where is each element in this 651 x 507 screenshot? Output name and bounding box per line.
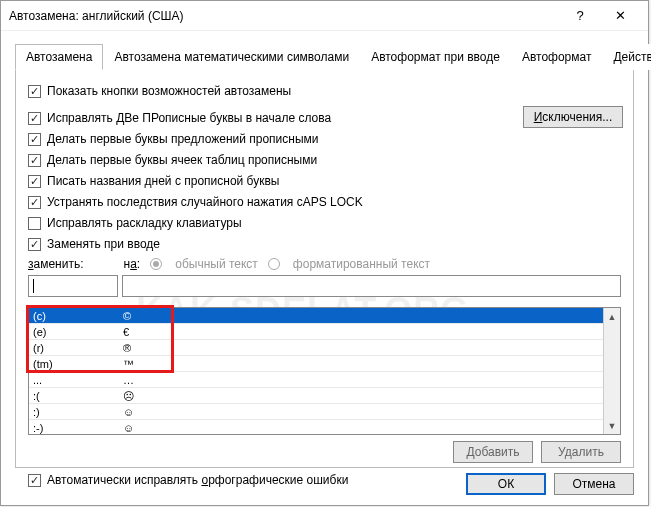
tab-autoformat[interactable]: Автоформат	[511, 44, 603, 70]
list-row: :)☺	[29, 404, 603, 420]
titlebar: Автозамена: английский (США) ? ✕	[1, 1, 648, 31]
exceptions-button[interactable]: Исключения...	[523, 106, 623, 128]
label-replace: Заменять при вводе	[47, 237, 160, 251]
checkbox-layout[interactable]	[28, 217, 41, 230]
label-show-buttons: Показать кнопки возможностей автозамены	[47, 84, 291, 98]
list-row: :(☹	[29, 388, 603, 404]
cancel-button[interactable]: Отмена	[554, 473, 634, 495]
checkbox-cap-cells[interactable]	[28, 154, 41, 167]
tab-math[interactable]: Автозамена математическими символами	[103, 44, 360, 70]
dialog-title: Автозамена: английский (США)	[9, 9, 560, 23]
checkbox-capslock[interactable]	[28, 196, 41, 209]
tabstrip: Автозамена Автозамена математическими си…	[15, 43, 634, 70]
with-input[interactable]	[122, 275, 621, 297]
label-cap-cells: Делать первые буквы ячеек таблиц прописн…	[47, 153, 317, 167]
checkbox-show-buttons[interactable]	[28, 85, 41, 98]
help-icon[interactable]: ?	[560, 2, 600, 30]
checkbox-replace[interactable]	[28, 238, 41, 251]
scroll-down-icon[interactable]: ▼	[604, 417, 620, 434]
label-capslock: Устранять последствия случайного нажатия…	[47, 195, 363, 209]
label-cap-days: Писать названия дней с прописной буквы	[47, 174, 279, 188]
list-row: (r)®	[29, 340, 603, 356]
list-row: :-)☺	[29, 420, 603, 434]
label-plain: обычный текст	[175, 257, 258, 271]
tab-autocorrect[interactable]: Автозамена	[15, 44, 103, 70]
tab-autoformat-typing[interactable]: Автоформат при вводе	[360, 44, 511, 70]
label-two-caps: Исправлять ДВе ПРописные буквы в начале …	[47, 111, 331, 125]
label-layout: Исправлять раскладку клавиатуры	[47, 216, 242, 230]
label-replace-field: заменить:	[28, 257, 84, 271]
autocorrect-list[interactable]: (c)© (e)€ (r)® (tm)™ ...… :(☹ :)☺ :-)☺ ▲…	[28, 307, 621, 435]
scroll-up-icon[interactable]: ▲	[604, 308, 620, 325]
radio-plain[interactable]	[150, 258, 162, 270]
radio-formatted[interactable]	[268, 258, 280, 270]
label-with-field: на:	[124, 257, 141, 271]
replace-input[interactable]	[28, 275, 118, 297]
list-row: (c)©	[29, 308, 603, 324]
list-row: (tm)™	[29, 356, 603, 372]
list-row: ...…	[29, 372, 603, 388]
tab-panel: KAK-SDELAT.ORG Показать кнопки возможнос…	[15, 70, 634, 468]
ok-button[interactable]: ОК	[466, 473, 546, 495]
list-row: (e)€	[29, 324, 603, 340]
scrollbar[interactable]: ▲ ▼	[603, 308, 620, 434]
dialog-window: Автозамена: английский (США) ? ✕ Автозам…	[0, 0, 649, 506]
label-formatted: форматированный текст	[293, 257, 430, 271]
checkbox-two-caps[interactable]	[28, 112, 41, 125]
tab-actions[interactable]: Действия	[602, 44, 651, 70]
close-icon[interactable]: ✕	[600, 2, 640, 30]
delete-button[interactable]: Удалить	[541, 441, 621, 463]
checkbox-auto-spell[interactable]	[28, 474, 41, 487]
checkbox-cap-days[interactable]	[28, 175, 41, 188]
label-auto-spell: Автоматически исправлять орфографические…	[47, 473, 348, 487]
checkbox-cap-sentence[interactable]	[28, 133, 41, 146]
label-cap-sentence: Делать первые буквы предложений прописны…	[47, 132, 319, 146]
add-button[interactable]: Добавить	[453, 441, 533, 463]
